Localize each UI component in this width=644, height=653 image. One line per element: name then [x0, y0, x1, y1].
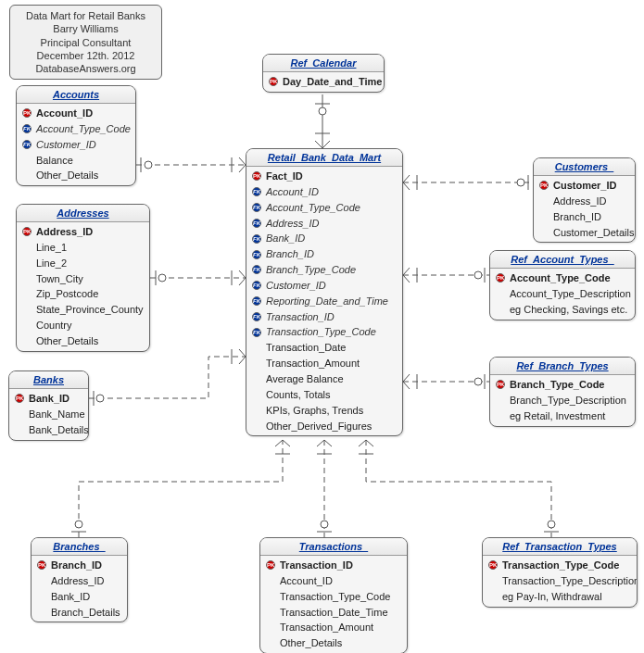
entity-attribute: Branch_Details — [32, 605, 127, 621]
entity-customers: Customers_PKCustomer_IDAddress_IDBranch_… — [533, 157, 636, 243]
entity-attribute: FKTransaction_Type_Code — [246, 324, 402, 340]
entity-attribute: eg Checking, Savings etc. — [490, 302, 635, 318]
entity-attribute: Zip_Postcode — [17, 286, 149, 302]
entity-attribute: Account_Type_Description — [490, 286, 635, 302]
foreign-key-icon: FK — [250, 186, 263, 197]
attribute-label: Customer_ID — [36, 138, 96, 152]
entity-attribute: KPIs, Graphs, Trends — [246, 403, 402, 419]
attribute-label: Average Balance — [266, 372, 344, 386]
entity-attribute: Other_Derived_Figures — [246, 419, 402, 434]
entity-attribute: PKBank_ID — [9, 391, 88, 407]
foreign-key-icon: FK — [250, 233, 263, 245]
svg-point-17 — [517, 179, 524, 186]
entity-attribute: Town_City — [17, 271, 149, 287]
entity-title: Branches_ — [32, 538, 127, 556]
entity-attribute: FKBank_ID — [246, 231, 402, 246]
entity-attribute: PKFact_ID — [246, 169, 402, 184]
attribute-label: Counts, Totals — [266, 388, 331, 402]
svg-point-5 — [145, 161, 152, 169]
attribute-label: Customer_ID — [553, 179, 616, 193]
attribute-label: Other_Details — [36, 169, 98, 182]
entity-attribute: Bank_ID — [32, 589, 127, 605]
entity-attribute: Branch_Type_Description — [490, 393, 635, 408]
foreign-key-icon: FK — [250, 249, 263, 260]
attribute-label: Branch_ID — [51, 559, 102, 572]
primary-key-icon: PK — [250, 170, 263, 182]
attribute-label: Account_ID — [36, 107, 93, 120]
entity-attribute: PKBranch_ID — [32, 558, 127, 573]
entity-attribute: Bank_Details — [9, 422, 88, 438]
entity-attribute: Transaction_Amount — [260, 620, 407, 635]
info-line: Data Mart for Retail Banks — [18, 9, 154, 22]
entity-attribute: State_Province_County — [17, 302, 149, 318]
attribute-label: Town_City — [36, 272, 83, 286]
entity-attribute: eg Pay-In, Withdrawal — [483, 589, 637, 605]
svg-point-25 — [474, 378, 482, 385]
attribute-label: Reporting_Date_and_Time — [266, 295, 388, 308]
entity-branches: Branches_PKBranch_IDAddress_IDBank_IDBra… — [31, 537, 128, 622]
attribute-label: Zip_Postcode — [36, 287, 98, 301]
entity-attribute: PKAddress_ID — [17, 224, 149, 240]
attribute-label: Transaction_Type_Description — [502, 574, 638, 588]
entity-attribute: eg Retail, Investment — [490, 408, 635, 424]
attribute-label: Branch_Details — [51, 606, 120, 620]
attribute-label: Other_Details — [36, 334, 98, 348]
entity-addresses: AddressesPKAddress_IDLine_1Line_2Town_Ci… — [16, 204, 150, 352]
entity-title: Addresses — [17, 205, 149, 222]
foreign-key-icon: FK — [250, 202, 263, 213]
entity-transactions: Transactions_PKTransaction_IDAccount_IDT… — [259, 537, 408, 653]
foreign-key-icon: FK — [250, 280, 263, 291]
entity-retail-bank-data-mart: Retail_Bank_Data_MartPKFact_IDFKAccount_… — [246, 148, 403, 436]
attribute-label: Branch_Type_Code — [266, 263, 356, 277]
attribute-label: Transaction_Amount — [280, 621, 373, 634]
entity-attribute: Transaction_Date — [246, 340, 402, 356]
attribute-label: Transaction_ID — [280, 559, 353, 572]
attribute-label: Transaction_Date_Time — [280, 606, 388, 620]
entity-banks: BanksPKBank_IDBank_NameBank_Details — [8, 370, 89, 441]
entity-attribute: PKTransaction_ID — [260, 558, 407, 573]
attribute-label: State_Province_County — [36, 303, 144, 317]
attribute-label: Bank_ID — [51, 590, 90, 604]
entity-title: Retail_Bank_Data_Mart — [246, 149, 402, 167]
entity-attribute: FKAccount_ID — [246, 184, 402, 200]
entity-ref-account-types: Ref_Account_Types_PKAccount_Type_CodeAcc… — [489, 250, 636, 320]
attribute-label: Bank_ID — [266, 232, 305, 245]
entity-attribute: PKAccount_Type_Code — [490, 270, 635, 286]
attribute-label: Account_ID — [266, 185, 319, 199]
entity-attribute: FKAddress_ID — [246, 216, 402, 232]
entity-attribute: PKDay_Date_and_Time — [263, 74, 384, 90]
attribute-label: Branch_ID — [266, 247, 314, 261]
entity-attribute: Country — [17, 318, 149, 333]
entity-attribute: PKCustomer_ID — [534, 178, 635, 194]
entity-attribute: Average Balance — [246, 371, 402, 387]
entity-attribute: FKBranch_ID — [246, 246, 402, 262]
attribute-label: Address_ID — [266, 217, 319, 231]
entity-attribute: Line_2 — [17, 256, 149, 271]
entity-ref-calendar: Ref_CalendarPKDay_Date_and_Time — [262, 54, 385, 93]
svg-point-21 — [474, 271, 482, 279]
foreign-key-icon: FK — [250, 327, 263, 338]
attribute-label: Branch_Type_Code — [510, 378, 605, 392]
primary-key-icon: PK — [494, 272, 507, 283]
entity-attribute: Transaction_Amount — [246, 356, 402, 371]
primary-key-icon: PK — [486, 559, 499, 571]
entity-attribute: PKAccount_ID — [17, 106, 135, 121]
attribute-label: Customer_Details — [553, 226, 634, 240]
svg-point-2 — [319, 107, 326, 115]
attribute-label: Address_ID — [51, 574, 104, 588]
info-line: DatabaseAnswers.org — [18, 62, 154, 75]
attribute-label: Branch_ID — [553, 210, 601, 224]
entity-attribute: PKTransaction_Type_Code — [483, 558, 637, 573]
foreign-key-icon: FK — [250, 218, 263, 229]
foreign-key-icon: FK — [20, 123, 33, 134]
attribute-label: Country — [36, 319, 72, 333]
entity-attribute: Address_ID — [534, 194, 635, 209]
entity-attribute: FKAccount_Type_Code — [246, 200, 402, 216]
attribute-label: eg Pay-In, Withdrawal — [502, 590, 602, 604]
entity-title: Accounts — [17, 86, 135, 104]
info-box: Data Mart for Retail Banks Barry William… — [9, 5, 162, 80]
entity-attribute: Balance — [17, 153, 135, 169]
primary-key-icon: PK — [13, 393, 26, 404]
entity-title: Customers_ — [534, 158, 635, 176]
primary-key-icon: PK — [20, 226, 33, 237]
